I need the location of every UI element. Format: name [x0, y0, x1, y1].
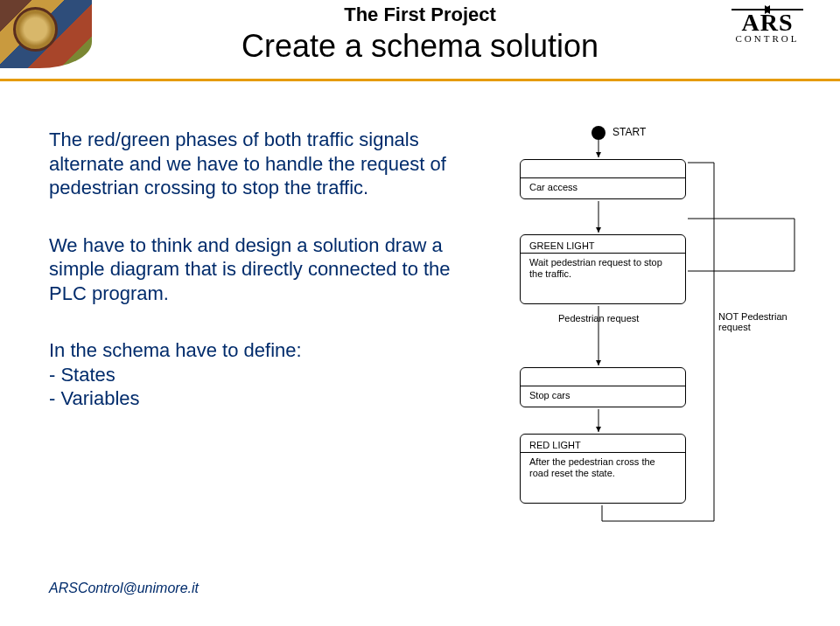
ars-control-logo: ARS CONTROL	[710, 9, 824, 44]
state-desc: Car access	[529, 182, 676, 193]
state-heading	[529, 165, 676, 176]
paragraph-1: The red/green phases of both traffic sig…	[49, 128, 478, 200]
state-box-green-light: GREEN LIGHT Wait pedestrian request to s…	[520, 234, 686, 304]
state-desc: Wait pedestrian request to stop the traf…	[529, 257, 676, 279]
para3-intro: In the schema have to define:	[49, 338, 478, 363]
state-box-stop-cars: Stop cars	[520, 367, 686, 407]
paragraph-2: We have to think and design a solution d…	[49, 233, 478, 306]
state-desc: Stop cars	[529, 390, 676, 401]
para3-item-states: - States	[49, 363, 478, 387]
slide: The First Project Create a schema soluti…	[0, 0, 840, 626]
slide-title: Create a schema solution	[228, 28, 612, 65]
state-desc: After the pedestrian cross the road rese…	[529, 456, 676, 478]
state-heading: GREEN LIGHT	[529, 240, 676, 251]
slide-supertitle: The First Project	[228, 3, 612, 26]
flowchart: START Car access G	[497, 122, 812, 472]
university-crest-logo	[0, 0, 92, 68]
title-block: The First Project Create a schema soluti…	[228, 3, 612, 65]
title-underline	[0, 79, 840, 81]
footer-email: ARSControl@unimore.it	[49, 581, 199, 596]
paragraph-3: In the schema have to define: - States -…	[49, 338, 478, 411]
branch-label-not-pedestrian: NOT Pedestrian request	[718, 311, 812, 332]
state-heading: RED LIGHT	[529, 440, 676, 450]
para3-item-variables: - Variables	[49, 386, 478, 411]
body-text: The red/green phases of both traffic sig…	[49, 128, 478, 444]
state-heading	[529, 373, 676, 384]
state-box-red-light: RED LIGHT After the pedestrian cross the…	[520, 434, 686, 504]
state-box-car-access: Car access	[520, 159, 686, 199]
branch-label-pedestrian: Pedestrian request	[558, 313, 639, 323]
ars-logo-subtext: CONTROL	[710, 33, 824, 44]
